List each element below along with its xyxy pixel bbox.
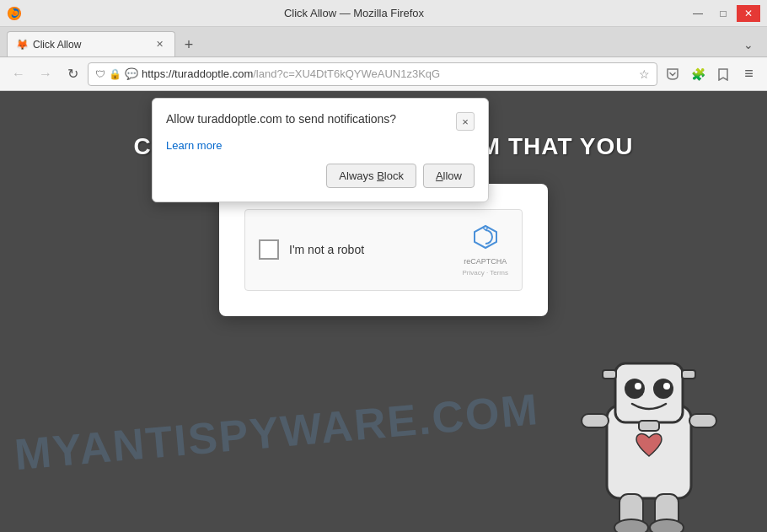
svg-rect-11 [689, 414, 716, 427]
recaptcha-links: Privacy · Terms [462, 269, 508, 277]
privacy-link[interactable]: Privacy [462, 269, 484, 277]
page-content: CLICK «ALLOW» TO CONFIRM THAT YOU I'm no… [0, 91, 767, 532]
svg-point-15 [650, 519, 684, 532]
captcha-widget: I'm not a robot reCAPTCHA Privac [244, 209, 523, 291]
tab-bar: 🦊 Click Allow ✕ + ⌄ [0, 27, 767, 57]
svg-rect-8 [682, 370, 695, 379]
robot-character [565, 321, 733, 532]
learn-more-link[interactable]: Learn more [166, 139, 475, 152]
tab-close-icon[interactable]: ✕ [153, 38, 166, 51]
nav-right-icons: 🧩 ≡ [661, 62, 760, 86]
captcha-checkbox[interactable] [259, 239, 279, 260]
popup-title: Allow turaddoptle.com to send notificati… [166, 112, 456, 126]
firefox-logo-icon [7, 6, 22, 21]
title-bar-left [7, 6, 22, 21]
minimize-button[interactable]: — [686, 5, 710, 22]
pocket-button[interactable] [661, 62, 684, 86]
allow-button[interactable]: Allow [423, 164, 475, 188]
tab-title: Click Allow [33, 39, 148, 51]
captcha-label: I'm not a robot [289, 243, 364, 256]
svg-rect-9 [639, 421, 659, 431]
title-bar-controls: — □ ✕ [686, 5, 760, 22]
bookmarks-button[interactable] [711, 62, 735, 86]
captcha-left: I'm not a robot [259, 239, 364, 260]
popup-close-button[interactable]: × [456, 112, 475, 131]
new-tab-button[interactable]: + [177, 33, 201, 56]
title-bar: Click Allow — Mozilla Firefox — □ ✕ [0, 0, 767, 27]
title-bar-title: Click Allow — Mozilla Firefox [22, 7, 686, 19]
captcha-logo-area: reCAPTCHA Privacy · Terms [462, 223, 508, 277]
svg-rect-7 [603, 370, 616, 379]
lock-icon: 🔒 [109, 68, 121, 80]
reload-button[interactable]: ↻ [61, 62, 84, 86]
back-button[interactable]: ← [7, 62, 30, 86]
svg-point-4 [653, 379, 673, 399]
recaptcha-logo-icon [472, 223, 499, 255]
svg-point-5 [635, 383, 641, 390]
allow-label: Allow [436, 169, 462, 182]
notification-popup: Allow turaddoptle.com to send notificati… [152, 98, 489, 202]
svg-rect-2 [615, 363, 683, 422]
shield-icon: 🛡 [95, 68, 105, 80]
browser-tab[interactable]: 🦊 Click Allow ✕ [7, 31, 175, 56]
browser-window: Click Allow — Mozilla Firefox — □ ✕ 🦊 Cl… [0, 0, 767, 532]
url-domain: https://turaddoptle.com [142, 67, 253, 80]
url-display: https://turaddoptle.com/land?c=XU4DtT6kQ… [142, 67, 636, 80]
address-bar[interactable]: 🛡 🔒 💬 https://turaddoptle.com/land?c=XU4… [88, 62, 657, 86]
url-path: /land?c=XU4DtT6kQYWeAUN1z3KqG [253, 67, 440, 80]
notification-permission-icon: 💬 [125, 67, 138, 80]
menu-button[interactable]: ≡ [737, 62, 760, 86]
address-bar-icons: 🛡 🔒 💬 [95, 67, 138, 80]
close-button[interactable]: ✕ [737, 5, 760, 22]
extensions-button[interactable]: 🧩 [686, 62, 710, 86]
svg-point-3 [625, 379, 645, 399]
svg-point-6 [663, 383, 670, 390]
popup-buttons: Always Block Allow [166, 164, 475, 188]
always-block-label: Always Block [339, 169, 404, 182]
captcha-box: I'm not a robot reCAPTCHA Privac [219, 184, 548, 316]
terms-link[interactable]: Terms [490, 269, 508, 277]
page-background: CLICK «ALLOW» TO CONFIRM THAT YOU I'm no… [0, 91, 767, 532]
popup-header: Allow turaddoptle.com to send notificati… [166, 112, 475, 131]
tab-more-button[interactable]: ⌄ [737, 33, 760, 56]
svg-rect-10 [582, 414, 609, 427]
bookmark-star-icon[interactable]: ☆ [639, 67, 650, 81]
always-block-button[interactable]: Always Block [326, 164, 416, 188]
tab-favicon-icon: 🦊 [16, 39, 28, 51]
nav-bar: ← → ↻ 🛡 🔒 💬 https://turaddoptle.com/land… [0, 57, 767, 91]
recaptcha-brand-text: reCAPTCHA [464, 257, 507, 267]
maximize-button[interactable]: □ [711, 5, 735, 22]
forward-button[interactable]: → [34, 62, 57, 86]
svg-point-14 [614, 519, 648, 532]
